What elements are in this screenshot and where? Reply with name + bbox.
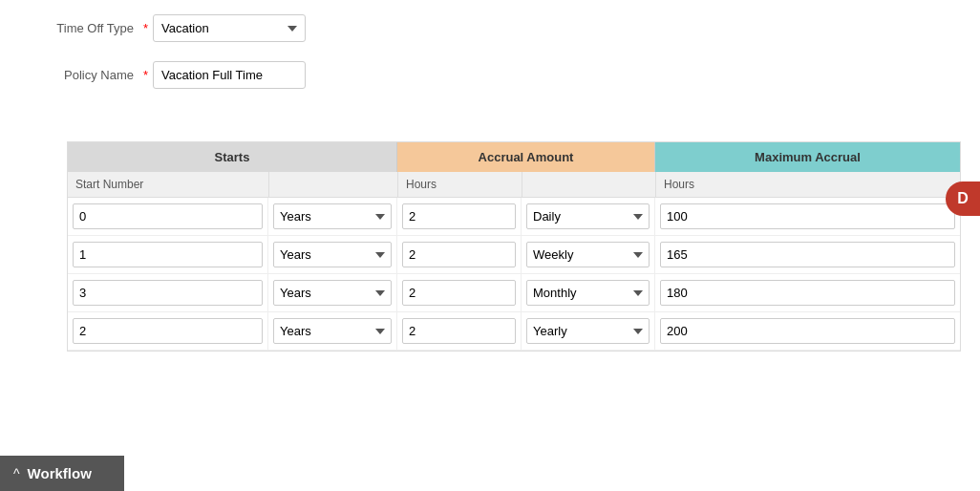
frequency-select[interactable]: DailyWeeklyMonthlyYearly xyxy=(526,242,650,267)
workflow-bar[interactable]: ^ Workflow xyxy=(0,456,124,491)
table-header: Starts Accrual Amount Maximum Accrual xyxy=(68,142,960,172)
policy-name-row: Policy Name * xyxy=(19,61,961,89)
sub-header: Start Number Hours Hours xyxy=(68,172,960,198)
header-max: Maximum Accrual xyxy=(655,142,960,172)
unit-select[interactable]: YearsMonthsDays xyxy=(273,318,392,344)
time-off-type-label-text: Time Off Type xyxy=(56,21,134,35)
table-rows: YearsMonthsDaysDailyWeeklyMonthlyYearlyY… xyxy=(68,198,960,351)
max-hours-input[interactable] xyxy=(660,318,955,344)
hours-input[interactable] xyxy=(402,242,516,267)
policy-name-input[interactable] xyxy=(153,61,306,89)
policy-name-label-text: Policy Name xyxy=(64,68,134,82)
accrual-table: Starts Accrual Amount Maximum Accrual St… xyxy=(67,141,961,352)
max-hours-input[interactable] xyxy=(660,242,955,267)
sub-starts-unit xyxy=(268,172,397,197)
start-number-input[interactable] xyxy=(73,242,263,267)
avatar[interactable]: D xyxy=(946,181,980,216)
workflow-label: Workflow xyxy=(28,465,92,481)
hours-input[interactable] xyxy=(402,318,516,344)
max-hours-input[interactable] xyxy=(660,280,955,306)
frequency-select[interactable]: DailyWeeklyMonthlyYearly xyxy=(526,318,650,344)
time-off-type-row: Time Off Type * Vacation Sick PTO xyxy=(19,14,961,42)
start-number-input[interactable] xyxy=(73,318,263,344)
workflow-chevron-icon: ^ xyxy=(13,466,20,481)
start-number-input[interactable] xyxy=(73,280,263,306)
table-row: YearsMonthsDaysDailyWeeklyMonthlyYearly xyxy=(68,274,960,312)
sub-accrual-hours: Hours xyxy=(397,172,522,197)
unit-select[interactable]: YearsMonthsDays xyxy=(273,242,392,267)
start-number-input[interactable] xyxy=(73,203,263,229)
header-starts: Starts xyxy=(68,142,397,172)
sub-max-hours: Hours xyxy=(655,172,960,197)
table-row: YearsMonthsDaysDailyWeeklyMonthlyYearly xyxy=(68,198,960,236)
policy-name-label: Policy Name xyxy=(19,68,143,82)
sub-start-number: Start Number xyxy=(68,172,268,197)
frequency-select[interactable]: DailyWeeklyMonthlyYearly xyxy=(526,280,650,306)
unit-select[interactable]: YearsMonthsDays xyxy=(273,280,392,306)
unit-select[interactable]: YearsMonthsDays xyxy=(273,203,392,229)
time-off-type-label: Time Off Type xyxy=(19,21,143,35)
sub-accrual-freq xyxy=(522,172,655,197)
avatar-initial: D xyxy=(957,190,969,207)
required-star-2: * xyxy=(143,68,148,82)
hours-input[interactable] xyxy=(402,280,516,306)
table-row: YearsMonthsDaysDailyWeeklyMonthlyYearly xyxy=(68,236,960,274)
max-hours-input[interactable] xyxy=(660,203,955,229)
hours-input[interactable] xyxy=(402,203,516,229)
frequency-select[interactable]: DailyWeeklyMonthlyYearly xyxy=(526,203,650,229)
time-off-type-select[interactable]: Vacation Sick PTO xyxy=(153,14,306,42)
header-accrual: Accrual Amount xyxy=(397,142,655,172)
table-row: YearsMonthsDaysDailyWeeklyMonthlyYearly xyxy=(68,312,960,351)
required-star-1: * xyxy=(143,21,148,35)
